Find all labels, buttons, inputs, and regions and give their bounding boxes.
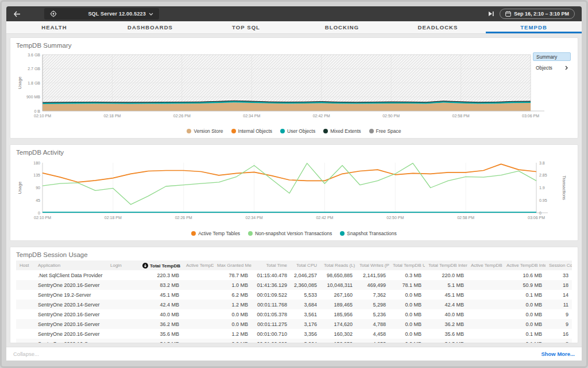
cell-active-tempdb-user: [467, 309, 503, 319]
table-row[interactable]: SentryOne 2020.16-Server83.2 MB1.0 MB01:…: [16, 280, 572, 290]
legend-version-store[interactable]: Version Store: [187, 128, 223, 134]
col-header-total-cpu[interactable]: Total CPU: [291, 260, 320, 270]
cell-total-tempdb-user: 0.0 MB: [389, 290, 425, 300]
cell-active-tempdb: [183, 270, 214, 280]
cell-host: [16, 329, 34, 339]
col-header-login[interactable]: Login: [107, 260, 139, 270]
cell-login: [107, 329, 139, 339]
col-header-active-tempdb-user[interactable]: Active TempDB User: [467, 260, 503, 270]
cell-session-count: 8: [546, 339, 572, 343]
table-row[interactable]: SentryOne 2020.16-Server36.2 MB0.0 MB00:…: [16, 319, 572, 329]
activity-card-title: TempDB Activity: [16, 149, 572, 156]
cell-application: SentryOne 2020.14-Server: [34, 300, 107, 309]
cell-active-tempdb-internal: 0.0 MB: [503, 319, 546, 329]
legend-dot: [280, 129, 285, 133]
legend-user-objects[interactable]: User Objects: [280, 128, 315, 134]
col-header-max-granted-mem[interactable]: Max Granted Mem: [214, 260, 252, 270]
collapse-link[interactable]: Collapse...: [13, 351, 39, 357]
svg-text:02:26 PM: 02:26 PM: [175, 216, 192, 220]
skip-to-end-button[interactable]: [488, 11, 494, 17]
svg-text:02:58 PM: 02:58 PM: [452, 114, 470, 118]
table-row[interactable]: SentryOne 2020.14-Server42.4 MB1.2 MB00:…: [16, 300, 572, 309]
cell-total-writes-p: 7,362: [356, 290, 389, 300]
cell-total-time: 00:01:00.200: [252, 339, 291, 343]
cell-login: [107, 339, 139, 343]
legend-mixed-extents[interactable]: Mixed Extents: [323, 128, 361, 134]
legend-dot: [340, 231, 345, 236]
cell-host: [16, 339, 34, 343]
app-window: SQL Server 12.00.5223 Sep 16, 2:10 – 3:1…: [6, 6, 582, 361]
top-bar: SQL Server 12.00.5223 Sep 16, 2:10 – 3:1…: [6, 6, 582, 21]
table-row[interactable]: .Net SqlClient Data Provider220.3 MB78.7…: [16, 270, 572, 280]
legend-internal-objects[interactable]: Internal Objects: [231, 128, 273, 134]
cell-total-time: 01:41:36.129: [252, 280, 291, 290]
cell-total-reads-l: 10,048,311: [320, 280, 356, 290]
cell-host: [16, 280, 34, 290]
tab-dashboards[interactable]: DASHBOARDS: [102, 21, 198, 33]
legend-free-space[interactable]: Free Space: [369, 128, 401, 134]
col-header-host[interactable]: Host: [16, 260, 34, 270]
tab-top-sql[interactable]: TOP SQL: [198, 21, 294, 33]
table-row[interactable]: SentryOne 2020.16-Server34.3 MB0.0 MB00:…: [16, 339, 572, 343]
svg-text:02:50 PM: 02:50 PM: [386, 216, 404, 220]
svg-text:2.7 GB: 2.7 GB: [28, 67, 40, 71]
date-range-label: Sep 16, 2:10 – 3:10 PM: [514, 11, 569, 17]
col-header-active-tempdb-internal[interactable]: Active TempDB Internal: [503, 260, 546, 270]
cell-total-tempdb-user: 0.0 MB: [389, 309, 425, 319]
cell-login: [107, 280, 139, 290]
summary-view-button[interactable]: Summary: [533, 52, 571, 61]
summary-view-panel: Summary Objects: [533, 52, 571, 72]
col-header-total-tempdb[interactable]: Total TempDB: [139, 260, 183, 270]
server-selector[interactable]: SQL Server 12.00.5223: [44, 8, 159, 20]
svg-text:2.85: 2.85: [539, 173, 547, 177]
col-header-active-tempdb[interactable]: Active TempDB: [183, 260, 214, 270]
footer-bar: Collapse... Show More...: [6, 347, 582, 361]
legend-snapshot-transactions[interactable]: Snapshot Transactions: [340, 231, 396, 236]
cell-total-writes-p: 469,499: [356, 280, 389, 290]
cell-active-tempdb-user: [467, 300, 503, 309]
tab-health[interactable]: HEALTH: [6, 21, 102, 33]
svg-text:900 MB: 900 MB: [26, 95, 40, 99]
cell-total-time: 00:01:11.768: [252, 300, 291, 309]
tempdb-session-usage-card: TempDB Session Usage HostApplicationLogi…: [10, 247, 578, 343]
legend-active-temp-tables[interactable]: Active Temp Tables: [191, 231, 240, 236]
col-header-total-time[interactable]: Total Time: [252, 260, 291, 270]
tab-deadlocks[interactable]: DEADLOCKS: [390, 21, 486, 33]
objects-view-button[interactable]: Objects: [533, 63, 571, 72]
table-row[interactable]: SentryOne 19.2-Server45.1 MB6.2 MB00:01:…: [16, 290, 572, 300]
tempdb-summary-card: TempDB Summary 0 B900 MB1.8 GB2.7 GB3.6 …: [10, 37, 578, 139]
session-table-title: TempDB Session Usage: [16, 251, 572, 258]
col-header-total-writes-p[interactable]: Total Writes (P): [356, 260, 389, 270]
window-frame: SQL Server 12.00.5223 Sep 16, 2:10 – 3:1…: [0, 0, 588, 368]
cell-host: [16, 300, 34, 309]
table-header-row: HostApplicationLoginTotal TempDBActive T…: [16, 260, 572, 270]
table-row[interactable]: SentryOne 2020.16-Server40.0 MB0.0 MB00:…: [16, 309, 572, 319]
tab-blocking[interactable]: BLOCKING: [294, 21, 390, 33]
col-header-session-count[interactable]: Session Count: [546, 260, 572, 270]
tab-tempdb[interactable]: TEMPDB: [486, 21, 582, 33]
legend-dot: [191, 231, 196, 236]
cell-active-tempdb: [183, 329, 214, 339]
svg-text:0: 0: [38, 211, 40, 215]
col-header-application[interactable]: Application: [34, 260, 107, 270]
back-button[interactable]: [13, 11, 28, 17]
legend-non-snapshot-version-transactions[interactable]: Non-snapshot Version Transactions: [248, 231, 332, 236]
svg-text:02:18 PM: 02:18 PM: [105, 216, 122, 220]
right-axis-title: Transactions: [562, 175, 567, 200]
table-row[interactable]: SentryOne 2020.16-Server35.6 MB1.2 MB00:…: [16, 329, 572, 339]
show-more-link[interactable]: Show More...: [541, 351, 575, 357]
legend-dot: [248, 231, 253, 236]
cell-total-tempdb-internal: 40.0 MB: [425, 309, 467, 319]
date-range-button[interactable]: Sep 16, 2:10 – 3:10 PM: [500, 9, 575, 19]
col-header-total-reads-l[interactable]: Total Reads (L): [320, 260, 356, 270]
cell-host: [16, 319, 34, 329]
x-axis-labels: 02:10 PM02:18 PM02:26 PM02:34 PM02:42 PM…: [34, 216, 545, 220]
cell-active-tempdb-user: [467, 329, 503, 339]
col-header-total-tempdb-user[interactable]: Total TempDB User: [389, 260, 425, 270]
col-header-total-tempdb-internal[interactable]: Total TempDB Internal: [425, 260, 467, 270]
cell-host: [16, 309, 34, 319]
cell-max-granted-mem: 0.0 MB: [214, 319, 252, 329]
sort-desc-icon: [142, 263, 148, 269]
cell-session-count: 9: [546, 309, 572, 319]
tab-bar: HEALTHDASHBOARDSTOP SQLBLOCKINGDEADLOCKS…: [6, 21, 582, 34]
